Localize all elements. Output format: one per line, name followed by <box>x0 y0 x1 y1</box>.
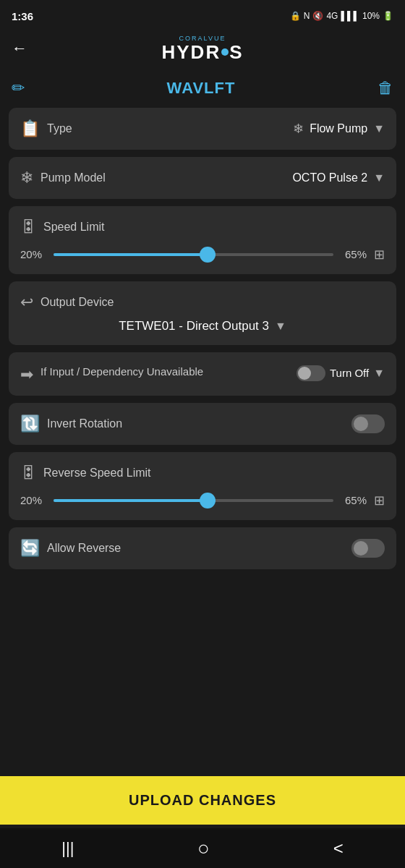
type-chevron-icon: ▼ <box>373 122 385 135</box>
reverse-speed-max: 65% <box>341 494 367 506</box>
invert-rotation-card: 🔃 Invert Rotation <box>9 403 396 445</box>
output-device-value-row[interactable]: TETWE01 - Direct Output 3 ▼ <box>20 319 385 333</box>
signal-icon: ▌▌▌ <box>341 11 359 21</box>
invert-rotation-icon: 🔃 <box>20 414 40 433</box>
speed-limit-slider-row: 20% 65% ⊞ <box>20 247 385 263</box>
reverse-speed-label: Reverse Speed Limit <box>43 467 385 480</box>
output-device-header-row: ↩ Output Device <box>20 293 385 312</box>
turn-off-toggle[interactable] <box>297 365 325 381</box>
invert-rotation-toggle[interactable] <box>351 414 385 433</box>
main-content: ✏ WAVLFT 🗑 📋 Type ❄ Flow Pump ▼ ❄ Pump M… <box>0 72 405 671</box>
if-input-label: If Input / Dependency Unavailable <box>40 364 284 379</box>
mute-icon: 🔇 <box>312 11 323 21</box>
reverse-speed-icon: 🎛 <box>20 464 36 482</box>
output-device-value: TETWE01 - Direct Output 3 <box>119 319 269 333</box>
speed-limit-icon: 🎛 <box>20 218 36 237</box>
allow-reverse-icon: 🔄 <box>20 539 40 558</box>
reverse-speed-min: 20% <box>20 494 46 506</box>
allow-reverse-toggle[interactable] <box>351 539 385 558</box>
battery-level: 10% <box>362 11 380 21</box>
reverse-slider-thumb[interactable] <box>200 493 216 509</box>
type-card-row: 📋 Type ❄ Flow Pump ▼ <box>20 119 385 138</box>
output-device-chevron-icon: ▼ <box>275 320 286 333</box>
back-button[interactable]: ← <box>12 39 27 58</box>
pump-model-dropdown[interactable]: OCTO Pulse 2 ▼ <box>216 171 385 184</box>
page-title: WAVLFT <box>167 79 236 98</box>
reverse-speed-limit-card: 🎛 Reverse Speed Limit 20% 65% ⊞ <box>9 452 396 520</box>
pump-model-chevron-icon: ▼ <box>373 171 385 184</box>
logo-dot <box>221 48 229 56</box>
nfc-icon: N <box>304 11 310 21</box>
logo-main-text: HYDRS <box>161 42 243 63</box>
turn-off-row[interactable]: Turn Off ▼ <box>297 365 385 381</box>
allow-reverse-label: Allow Reverse <box>47 542 344 555</box>
turn-off-chevron-icon: ▼ <box>373 367 385 380</box>
status-time: 1:36 <box>12 10 33 22</box>
slider-adjust-icon[interactable]: ⊞ <box>374 247 385 263</box>
pump-model-card: ❄ Pump Model OCTO Pulse 2 ▼ <box>9 157 396 199</box>
nav-back-button[interactable]: < <box>316 833 361 864</box>
pump-model-row: ❄ Pump Model OCTO Pulse 2 ▼ <box>20 169 385 187</box>
reverse-slider-adjust-icon[interactable]: ⊞ <box>374 493 385 509</box>
status-bar: 1:36 🔒 N 🔇 4G ▌▌▌ 10% 🔋 <box>0 0 405 29</box>
speed-limit-min: 20% <box>20 248 46 260</box>
speed-limit-label: Speed Limit <box>43 221 385 234</box>
reverse-slider-fill <box>54 499 208 502</box>
output-device-label: Output Device <box>40 296 385 309</box>
type-card: 📋 Type ❄ Flow Pump ▼ <box>9 108 396 150</box>
if-input-card: ➡ If Input / Dependency Unavailable Turn… <box>9 352 396 396</box>
allow-reverse-card: 🔄 Allow Reverse <box>9 527 396 569</box>
reverse-speed-slider-row: 20% 65% ⊞ <box>20 493 385 509</box>
invert-rotation-label: Invert Rotation <box>47 417 344 430</box>
page-title-row: ✏ WAVLFT 🗑 <box>9 72 396 108</box>
invert-rotation-row: 🔃 Invert Rotation <box>20 414 385 433</box>
reverse-speed-slider[interactable] <box>54 493 333 508</box>
speed-limit-slider[interactable] <box>54 247 333 262</box>
status-icons: 🔒 N 🔇 4G ▌▌▌ 10% 🔋 <box>290 11 393 21</box>
speed-limit-card: 🎛 Speed Limit 20% 65% ⊞ <box>9 206 396 274</box>
reverse-slider-track <box>54 499 333 502</box>
upload-btn-container: UPLOAD CHANGES <box>0 776 405 825</box>
pump-model-icon: ❄ <box>20 169 33 187</box>
output-device-icon: ↩ <box>20 293 33 312</box>
pump-model-value: OCTO Pulse 2 <box>292 171 367 184</box>
battery-icon: 🔋 <box>383 11 393 21</box>
if-input-row: ➡ If Input / Dependency Unavailable Turn… <box>20 364 385 384</box>
type-label: Type <box>47 122 213 135</box>
turn-off-label: Turn Off <box>330 367 369 379</box>
logo: CORALVUE HYDRS <box>161 35 243 63</box>
slider-track <box>54 253 333 256</box>
pump-model-label: Pump Model <box>40 171 209 184</box>
delete-icon[interactable]: 🗑 <box>378 79 393 98</box>
upload-changes-button[interactable]: UPLOAD CHANGES <box>0 776 405 825</box>
type-dropdown[interactable]: ❄ Flow Pump ▼ <box>220 121 385 137</box>
4g-icon: 4G <box>326 11 338 21</box>
sim-icon: 🔒 <box>290 11 301 21</box>
reverse-speed-limit-header-row: 🎛 Reverse Speed Limit <box>20 464 385 482</box>
nav-home-button[interactable]: ○ <box>180 831 227 866</box>
flow-pump-icon: ❄ <box>293 121 304 137</box>
bottom-nav: ||| ○ < <box>0 828 405 868</box>
allow-reverse-row: 🔄 Allow Reverse <box>20 539 385 558</box>
speed-limit-max: 65% <box>341 248 367 260</box>
speed-limit-header-row: 🎛 Speed Limit <box>20 218 385 237</box>
if-input-icon: ➡ <box>20 365 33 384</box>
slider-thumb[interactable] <box>200 247 216 263</box>
slider-fill <box>54 253 208 256</box>
type-value: Flow Pump <box>310 122 367 135</box>
nav-menu-button[interactable]: ||| <box>44 833 91 864</box>
type-icon: 📋 <box>20 119 40 138</box>
edit-icon[interactable]: ✏ <box>12 79 25 98</box>
output-device-card: ↩ Output Device TETWE01 - Direct Output … <box>9 281 396 345</box>
header: ← CORALVUE HYDRS <box>0 29 405 72</box>
